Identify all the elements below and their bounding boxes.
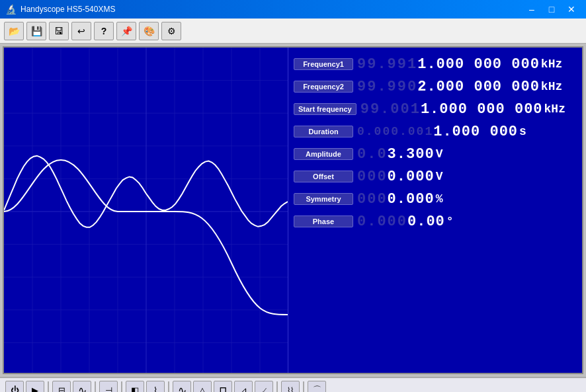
freq1-bright: 1.000 000 000 [417, 56, 540, 73]
startfreq-row: Start frequency 99.001 1.000 000 000 kHz [294, 99, 577, 119]
freq1-row: Frequency1 99.991 1.000 000 000 kHz [294, 54, 577, 74]
symmetry-label[interactable]: Symmetry [294, 193, 353, 205]
color-button[interactable]: 🎨 [139, 22, 159, 40]
sine-wave-polyline [4, 156, 288, 227]
separator-3 [121, 381, 122, 392]
close-button[interactable]: ✕ [562, 2, 581, 17]
phase-row: Phase 0.000 0.00 ° [294, 212, 577, 231]
freq1-label[interactable]: Frequency1 [294, 58, 353, 70]
startfreq-label[interactable]: Start frequency [294, 103, 356, 115]
help-button[interactable]: ? [94, 22, 114, 40]
freq2-dim: 99.990 [357, 79, 417, 95]
duration-value[interactable]: 0.000.001 1.000 000 s [357, 124, 526, 140]
bottom-toolbar: ⏻ ▶ ⊟ ∿ ⊣ ◧ ⌇ ∿ △ ⊓ ⊿ ⟋ ⌇⌇ ⌒ [0, 377, 586, 392]
scope2-button[interactable]: ⌇ [146, 381, 165, 392]
amplitude-unit: V [436, 147, 443, 161]
symmetry-value[interactable]: 000 0.000 % [357, 191, 442, 208]
freq2-row: Frequency2 99.990 2.000 000 000 kHz [294, 77, 577, 97]
amplitude-bright: 3.300 [388, 146, 435, 163]
app-title: Handyscope HS5-540XMS [21, 5, 115, 14]
save-as-button[interactable]: 🖫 [49, 22, 69, 40]
wave-button[interactable]: ∿ [73, 381, 91, 392]
dc-button[interactable]: ⌒ [308, 381, 326, 392]
amplitude-value[interactable]: 0.0 3.300 V [357, 146, 442, 163]
symmetry-unit: % [436, 192, 443, 206]
power-button[interactable]: ⏻ [5, 381, 24, 392]
step-button[interactable]: ⊣ [99, 381, 118, 392]
phase-value[interactable]: 0.000 0.00 ° [357, 214, 454, 230]
run-button[interactable]: ▶ [26, 381, 44, 392]
main-toolbar: 📂 💾 🖫 ↩ ? 📌 🎨 ⚙ [0, 19, 586, 44]
symmetry-bright: 0.000 [388, 191, 435, 208]
duration-row: Duration 0.000.001 1.000 000 s [294, 122, 577, 141]
undo-button[interactable]: ↩ [71, 22, 91, 40]
titlebar-controls[interactable]: – □ ✕ [523, 2, 581, 17]
sine-button[interactable]: ∿ [173, 381, 191, 392]
startfreq-unit: kHz [544, 102, 565, 116]
phase-bright: 0.00 [407, 214, 445, 230]
open-button[interactable]: 📂 [4, 22, 24, 40]
freq2-label[interactable]: Frequency2 [294, 81, 353, 93]
settings-button[interactable]: ⚙ [161, 22, 181, 40]
square-button[interactable]: ⊓ [214, 381, 232, 392]
separator-6 [303, 381, 304, 392]
triangle-button[interactable]: △ [193, 381, 212, 392]
maximize-button[interactable]: □ [542, 2, 561, 17]
freq1-dim: 99.991 [357, 56, 417, 73]
pin-button[interactable]: 📌 [116, 22, 136, 40]
symmetry-row: Symmetry 000 0.000 % [294, 189, 577, 209]
amplitude-label[interactable]: Amplitude [294, 148, 353, 160]
minimize-button[interactable]: – [523, 2, 541, 17]
phase-unit: ° [446, 215, 454, 228]
freq2-value[interactable]: 99.990 2.000 000 000 kHz [357, 79, 562, 95]
titlebar-left: 🔬 Handyscope HS5-540XMS [5, 4, 115, 15]
duration-unit: s [519, 125, 526, 138]
amplitude-dim: 0.0 [357, 146, 388, 163]
freq2-bright: 2.000 000 000 [417, 79, 540, 95]
startfreq-dim: 99.001 [360, 101, 421, 118]
noise-button[interactable]: ⌇⌇ [281, 381, 300, 392]
app-icon: 🔬 [5, 4, 17, 15]
duration-dim: 0.000.001 [357, 125, 433, 138]
separator-1 [48, 381, 49, 392]
sawtooth-button[interactable]: ⊿ [234, 381, 253, 392]
separator-2 [95, 381, 96, 392]
ramp-button[interactable]: ⟋ [255, 381, 273, 392]
separator-4 [168, 381, 169, 392]
save-button[interactable]: 💾 [26, 22, 46, 40]
phase-label[interactable]: Phase [294, 216, 353, 227]
startfreq-value[interactable]: 99.001 1.000 000 000 kHz [360, 101, 565, 118]
phase-dim: 0.000 [357, 214, 407, 230]
offset-value[interactable]: 000 0.000 V [357, 169, 442, 185]
separator-5 [276, 381, 278, 392]
waveform [4, 48, 288, 373]
scope-button[interactable]: ◧ [126, 381, 144, 392]
startfreq-bright: 1.000 000 000 [421, 101, 543, 118]
duration-label[interactable]: Duration [294, 126, 353, 137]
amplitude-row: Amplitude 0.0 3.300 V [294, 144, 577, 164]
ch-button[interactable]: ⊟ [52, 381, 71, 392]
freq1-value[interactable]: 99.991 1.000 000 000 kHz [357, 56, 562, 73]
main-area: Frequency1 99.991 1.000 000 000 kHz Freq… [3, 46, 583, 374]
offset-row: Offset 000 0.000 V [294, 167, 577, 186]
offset-label[interactable]: Offset [294, 171, 353, 182]
freq1-unit: kHz [541, 58, 562, 71]
freq2-unit: kHz [541, 80, 562, 93]
duration-bright: 1.000 000 [433, 124, 518, 140]
symmetry-dim: 000 [357, 191, 388, 208]
titlebar: 🔬 Handyscope HS5-540XMS – □ ✕ [0, 0, 586, 19]
offset-dim: 000 [357, 169, 388, 185]
offset-bright: 0.000 [388, 169, 435, 185]
scope-canvas [4, 48, 288, 373]
offset-unit: V [436, 170, 443, 183]
right-panel: Frequency1 99.991 1.000 000 000 kHz Freq… [288, 48, 582, 373]
